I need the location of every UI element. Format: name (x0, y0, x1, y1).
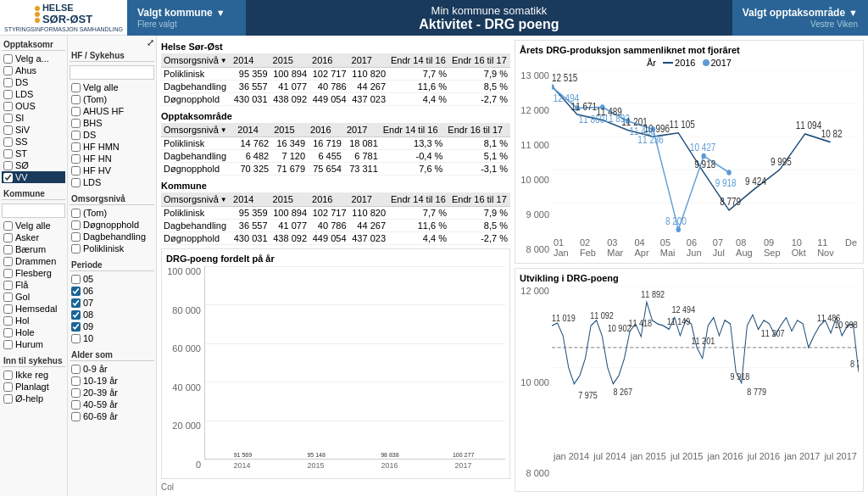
svg-text:11 892: 11 892 (641, 288, 665, 299)
expand-icon[interactable]: ⤢ (70, 37, 154, 48)
hf-hn[interactable]: HF HN (70, 153, 154, 164)
th-omsorgsniva2[interactable]: Omsorgsnivå ▼ (161, 123, 235, 137)
top-y-axis: 13 000 12 000 11 000 10 000 9 000 8 000 (520, 70, 552, 254)
th-endr1617-1: Endr 16 til 17 (449, 53, 510, 68)
top-chart-area: 13 000 12 000 11 000 10 000 9 000 8 000 (520, 70, 859, 254)
kommune-search[interactable] (2, 203, 65, 218)
periode-09[interactable]: 09 (70, 320, 154, 332)
alder-0-9[interactable]: 0-9 år (70, 363, 154, 375)
right-column: Årets DRG-produksjon sammenliknet mot fj… (515, 40, 864, 492)
th-2016-1: 2016 (309, 53, 349, 68)
alder-60-69[interactable]: 60-69 år (70, 410, 154, 422)
periode-05[interactable]: 05 (70, 273, 154, 285)
logo-sub: STYRINGSINFORMASJON SAMHANDLING (4, 26, 123, 32)
right-button-label: Valgt opptaksområde (743, 7, 845, 19)
alder-20-39[interactable]: 20-39 år (70, 387, 154, 398)
svg-text:11 149: 11 149 (667, 315, 691, 326)
opptaksomr-item-lds[interactable]: LDS (2, 88, 65, 100)
hf-bhs[interactable]: BHS (70, 117, 154, 129)
top-chart-title: Årets DRG-produksjon sammenliknet mot fj… (520, 45, 859, 55)
kommune-table: Omsorgsnivå ▼ 2014 2015 2016 2017 Endr 1… (161, 192, 510, 245)
top-x-axis: 01Jan 02Feb 03Mar 04Apr 05Mai 06Jun 07Ju… (552, 237, 859, 258)
kommune-baerum[interactable]: Bærum (2, 243, 65, 255)
th-omsorgsniva1[interactable]: Omsorgsnivå ▼ (161, 53, 231, 68)
main-container: Opptaksomr Velg a... Ahus DS LDS OUS SI … (0, 36, 868, 496)
svg-text:9 918: 9 918 (694, 159, 715, 170)
bar-2015: 95 148 (283, 452, 350, 459)
kommune-gol[interactable]: Gol (2, 291, 65, 303)
top-line-chart: Årets DRG-produksjon sammenliknet mot fj… (515, 40, 864, 264)
th-endr1617-3: Endr 16 til 17 (449, 192, 510, 207)
svg-text:11 105: 11 105 (669, 119, 694, 130)
left-filter-button[interactable]: Valgt kommune ▼ Flere valgt (127, 0, 246, 36)
inn-ikke[interactable]: Ikke reg (2, 369, 65, 381)
hf-sykehus-title: HF / Sykehus (70, 48, 154, 62)
right-filter-button[interactable]: Valgt opptaksområde ▼ Vestre Viken (732, 0, 868, 36)
hf-lds[interactable]: LDS (70, 176, 154, 188)
omsorgs-dogn[interactable]: Døgnopphold (70, 219, 154, 231)
opptaksomr-item-ss[interactable]: SS (2, 136, 65, 148)
opptaksomr-item-so[interactable]: SØ (2, 159, 65, 171)
bottom-chart-area: 12 000 10 000 8 000 (520, 286, 859, 478)
bar-2016: 98 838 (357, 452, 424, 459)
kommune-hurum[interactable]: Hurum (2, 338, 65, 350)
hf-hmn[interactable]: HF HMN (70, 141, 154, 153)
opptaksomr-item-ous[interactable]: OUS (2, 100, 65, 112)
bar-2017: 100 277 (430, 452, 497, 459)
th-omsorgsniva3[interactable]: Omsorgsnivå ▼ (161, 192, 231, 207)
periode-06[interactable]: 06 (70, 285, 154, 297)
svg-point-11 (676, 226, 681, 232)
kommune-fla[interactable]: Flå (2, 279, 65, 291)
hf-search[interactable] (70, 65, 154, 80)
opptaksomr-item-siv[interactable]: SiV (2, 124, 65, 136)
svg-text:8 200: 8 200 (850, 358, 859, 369)
table-row: Poliklinisk14 76216 34916 71918 08113,3 … (161, 137, 510, 150)
opptaksomrade-section: Opptaksområde Omsorgsnivå ▼ 2014 2015 20… (161, 109, 510, 176)
periode-07[interactable]: 07 (70, 297, 154, 309)
kommune-title: Kommune (2, 187, 65, 200)
bar-area: 91 569 95 148 98 838 (204, 266, 505, 470)
kommune-velg[interactable]: Velg alle (2, 220, 65, 231)
opptaksomr-item-st[interactable]: ST (2, 148, 65, 159)
kommune-asker[interactable]: Asker (2, 231, 65, 243)
svg-text:9 918: 9 918 (731, 371, 750, 382)
alder-40-59[interactable]: 40-59 år (70, 398, 154, 410)
omsorgs-poli[interactable]: Poliklinisk (70, 242, 154, 254)
kommune-flesberg[interactable]: Flesberg (2, 267, 65, 279)
hf-hv[interactable]: HF HV (70, 164, 154, 176)
inn-planlagt[interactable]: Planlagt (2, 381, 65, 393)
svg-text:11 094: 11 094 (796, 120, 821, 131)
opptaksomrade-table: Omsorgsnivå ▼ 2014 2015 2016 2017 Endr 1… (161, 123, 510, 176)
th-2014-3: 2014 (231, 192, 270, 207)
hf-tom[interactable]: (Tom) (70, 93, 154, 105)
periode-08[interactable]: 08 (70, 309, 154, 320)
chart-legend-top: År 2016 2017 (520, 58, 859, 68)
kommune-drammen[interactable]: Drammen (2, 255, 65, 267)
alder-10-19[interactable]: 10-19 år (70, 375, 154, 387)
th-2017-1: 2017 (349, 53, 389, 68)
bar-y-axis: 100 000 80 000 60 000 40 000 20 000 0 (166, 266, 204, 470)
kommune-hole[interactable]: Hole (2, 326, 65, 338)
bottom-line-chart: Utvikling i DRG-poeng 12 000 10 000 8 00… (515, 268, 864, 492)
bottom-x-axis: jan 2014 jul 2014 jan 2015 jul 2015 jan … (552, 451, 859, 461)
inn-ohjelp[interactable]: Ø-help (2, 393, 65, 404)
logo-line1: HELSE (42, 3, 92, 13)
opptaksomr-item-velg[interactable]: Velg a... (2, 53, 65, 64)
kommune-hemsedal[interactable]: Hemsedal (2, 303, 65, 315)
omsorgs-tom[interactable]: (Tom) (70, 207, 154, 219)
periode-10[interactable]: 10 (70, 332, 154, 344)
hf-velg[interactable]: Velg alle (70, 81, 154, 93)
svg-text:12 494: 12 494 (672, 304, 696, 315)
th-2017-2: 2017 (344, 123, 381, 137)
omsorgs-dag[interactable]: Dagbehandling (70, 231, 154, 242)
opptaksomr-item-ahus[interactable]: Ahus (2, 64, 65, 76)
opptaksomr-item-ds[interactable]: DS (2, 76, 65, 88)
opptaksomr-item-vv[interactable]: VV (2, 171, 65, 183)
inn-title: Inn til sykehus (2, 354, 65, 367)
kommune-hol[interactable]: Hol (2, 315, 65, 326)
opptaksomr-item-si[interactable]: SI (2, 112, 65, 124)
svg-text:10 427: 10 427 (690, 142, 715, 153)
bottom-svg-container: 11 019 11 092 10 902 11 418 11 149 11 89… (552, 286, 859, 478)
hf-ds[interactable]: DS (70, 129, 154, 141)
hf-ahus[interactable]: AHUS HF (70, 105, 154, 117)
